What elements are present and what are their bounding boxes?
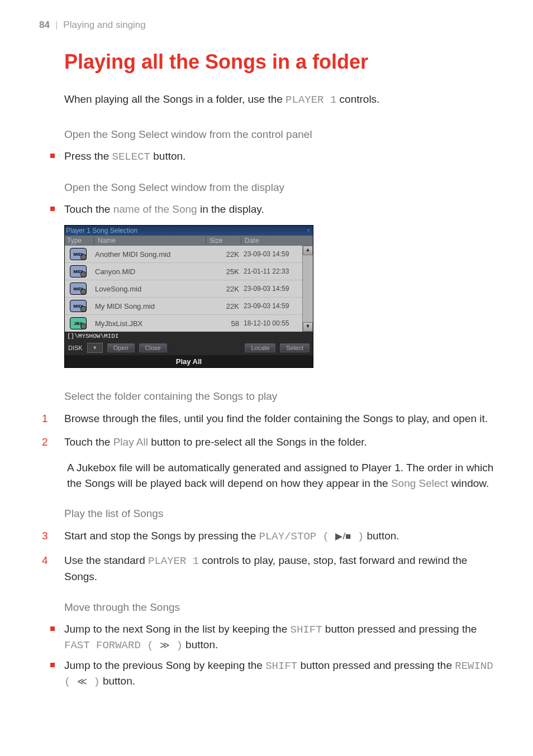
list-item[interactable]: MIDI Canyon.MID 25K 21-01-11 22:33 xyxy=(65,263,302,280)
file-size: 22K xyxy=(208,285,244,293)
text: Touch the xyxy=(64,436,113,448)
disk-label: DISK xyxy=(68,344,83,351)
section-move-through: Move through the Songs xyxy=(64,601,494,614)
text: Press the xyxy=(64,150,112,162)
jbx-file-icon: JBX xyxy=(65,317,92,329)
file-list: MIDI Another MIDI Song.mid 22K 23-09-03 … xyxy=(65,246,302,332)
section-open-from-panel: Open the Song Select window from the con… xyxy=(64,128,494,141)
header-separator: | xyxy=(55,20,58,30)
ff-label: FAST FORWARD ( xyxy=(64,639,160,652)
disk-dropdown[interactable]: ▼ xyxy=(87,343,103,353)
playall-label: Play All xyxy=(113,436,148,448)
page: 84|Playing and singing Playing all the S… xyxy=(0,0,533,756)
file-name: Another MIDI Song.mid xyxy=(92,250,208,259)
play-stop-icon: ▶/■ xyxy=(335,531,351,542)
bullet-prev-song: Jump to the previous Song by keeping the… xyxy=(50,658,494,689)
text: button. xyxy=(150,150,185,162)
rewind-icon: ≪ xyxy=(77,676,87,687)
midi-file-icon: MIDI xyxy=(65,300,92,312)
file-area: MIDI Another MIDI Song.mid 22K 23-09-03 … xyxy=(65,246,313,332)
playstop-label: PLAY/STOP ( xyxy=(259,530,336,543)
text: ) xyxy=(351,530,364,543)
file-name: LoveSong.mid xyxy=(92,285,208,293)
intro-paragraph: When playing all the Songs in a folder, … xyxy=(64,93,494,106)
section-select-folder: Select the folder containing the Songs t… xyxy=(64,390,494,403)
text: button. xyxy=(364,530,399,542)
step-4: 4 Use the standard PLAYER 1 controls to … xyxy=(42,553,494,585)
step-2: 2 Touch the Play All button to pre-selec… xyxy=(42,434,494,450)
file-date: 21-01-11 22:33 xyxy=(244,267,302,275)
text: button pressed and pressing the xyxy=(322,623,477,635)
titlebar-menu-icon[interactable]: ▼ xyxy=(305,227,312,235)
locate-button[interactable]: Locate xyxy=(245,343,275,352)
select-button[interactable]: Select xyxy=(280,343,310,352)
shift-label: SHIFT xyxy=(265,660,297,672)
list-item[interactable]: MIDI My MIDI Song.mid 22K 23-09-03 14:59 xyxy=(65,298,302,315)
step-number: 3 xyxy=(42,528,48,544)
section-name: Playing and singing xyxy=(63,20,145,30)
page-number: 84 xyxy=(39,20,50,30)
window-title: Player 1 Song Selection xyxy=(66,227,305,235)
file-size: 58 xyxy=(208,319,244,328)
file-date: 18-12-10 00:55 xyxy=(244,319,302,327)
col-date[interactable]: Date xyxy=(241,237,313,245)
text: ) xyxy=(170,639,183,652)
col-size[interactable]: Size xyxy=(206,237,241,245)
close-button[interactable]: Close xyxy=(139,343,167,352)
page-header: 84|Playing and singing xyxy=(39,20,494,31)
songselect-label: Song Select xyxy=(391,477,448,489)
scrollbar[interactable]: ▲ ▼ xyxy=(302,246,313,332)
song-select-window: Player 1 Song Selection ▼ Type Name Size… xyxy=(64,225,313,368)
bullet-touch-songname: Touch the name of the Song in the displa… xyxy=(50,202,494,217)
step-number: 4 xyxy=(42,553,48,568)
file-name: Canyon.MID xyxy=(92,267,208,276)
intro-pre: When playing all the Songs in a folder, … xyxy=(64,93,285,105)
text: Jump to the previous Song by keeping the xyxy=(64,659,265,671)
bullet-next-song: Jump to the next Song in the list by kee… xyxy=(50,622,494,653)
step-text: Browse through the files, until you find… xyxy=(64,413,488,424)
player1-label: PLAYER 1 xyxy=(148,555,199,567)
midi-file-icon: MIDI xyxy=(65,248,92,260)
fast-forward-icon: ≫ xyxy=(160,640,170,650)
songname-label: name of the Song xyxy=(113,203,197,215)
file-date: 23-09-03 14:59 xyxy=(244,285,302,293)
midi-file-icon: MIDI xyxy=(65,283,92,295)
bullet-press-select: Press the SELECT button. xyxy=(50,149,494,165)
scroll-up-icon[interactable]: ▲ xyxy=(303,246,313,255)
path-display: []\MYSHOW\MIDI xyxy=(65,332,313,341)
col-name[interactable]: Name xyxy=(94,237,206,245)
column-header-row: Type Name Size Date xyxy=(65,236,313,246)
scroll-down-icon[interactable]: ▼ xyxy=(303,322,313,332)
text: window. xyxy=(448,477,489,489)
text: button to pre-select all the Songs in th… xyxy=(148,436,367,448)
file-size: 25K xyxy=(208,267,244,276)
step-3: 3 Start and stop the Songs by pressing t… xyxy=(42,528,494,545)
section-play-list: Play the list of Songs xyxy=(64,508,494,520)
scroll-track[interactable] xyxy=(303,255,313,322)
text: ) xyxy=(87,676,100,688)
section-open-from-display: Open the Song Select window from the dis… xyxy=(64,181,494,194)
player1-label: PLAYER 1 xyxy=(285,94,336,106)
file-name: MyJbxList.JBX xyxy=(92,319,208,328)
file-date: 23-09-03 14:59 xyxy=(244,250,302,258)
select-label: SELECT xyxy=(112,151,150,163)
page-title: Playing all the Songs in a folder xyxy=(64,50,494,74)
text: button. xyxy=(183,639,218,650)
file-size: 22K xyxy=(208,250,244,259)
text: Use the standard xyxy=(64,554,148,566)
step-2-extra: A Jukebox file will be automatically gen… xyxy=(67,460,494,491)
list-item[interactable]: JBX MyJbxList.JBX 58 18-12-10 00:55 xyxy=(65,315,302,332)
col-type[interactable]: Type xyxy=(65,237,94,245)
open-button[interactable]: Open xyxy=(107,343,135,352)
list-item[interactable]: MIDI LoveSong.mid 22K 23-09-03 14:59 xyxy=(65,280,302,298)
step-number: 1 xyxy=(42,411,48,427)
list-item[interactable]: MIDI Another MIDI Song.mid 22K 23-09-03 … xyxy=(65,246,302,263)
text: button pressed and pressing the xyxy=(297,659,455,671)
play-all-button[interactable]: Play All xyxy=(65,355,313,367)
text: Start and stop the Songs by pressing the xyxy=(64,530,259,542)
midi-file-icon: MIDI xyxy=(65,265,92,277)
text: Jump to the next Song in the list by kee… xyxy=(64,623,291,635)
step-1: 1 Browse through the files, until you fi… xyxy=(42,411,494,427)
text: button. xyxy=(100,675,135,687)
window-titlebar: Player 1 Song Selection ▼ xyxy=(65,226,313,236)
